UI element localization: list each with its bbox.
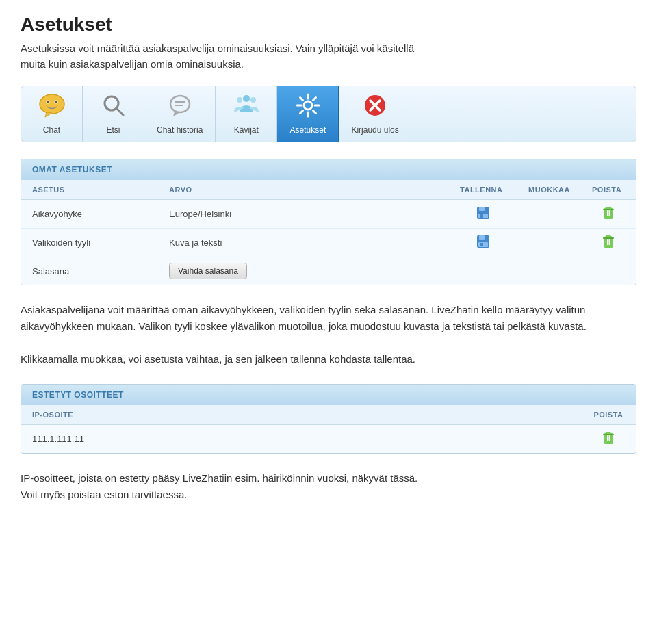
svg-rect-43 bbox=[603, 434, 614, 435]
delete-icon[interactable] bbox=[601, 241, 616, 251]
nav-label-chat: Chat bbox=[43, 125, 60, 135]
svg-rect-39 bbox=[609, 239, 610, 245]
nav-item-etsi[interactable]: Etsi bbox=[83, 86, 144, 142]
settings-icon bbox=[296, 93, 320, 121]
save-icon[interactable] bbox=[476, 241, 491, 251]
settings-row-asetus: Aikavyöhyke bbox=[21, 200, 158, 229]
svg-point-12 bbox=[243, 95, 250, 102]
nav-label-etsi: Etsi bbox=[106, 125, 120, 135]
settings-row-tallenna bbox=[449, 200, 517, 229]
settings-row-muokkaa bbox=[517, 200, 581, 229]
nav-item-kavijat[interactable]: Kävijät bbox=[216, 86, 277, 142]
svg-rect-37 bbox=[480, 243, 483, 246]
svg-point-0 bbox=[40, 94, 64, 114]
svg-line-7 bbox=[116, 108, 123, 115]
svg-line-20 bbox=[300, 98, 302, 101]
nav-item-chat[interactable]: Chat bbox=[21, 86, 83, 142]
save-icon[interactable] bbox=[476, 212, 491, 222]
blocked-row: 111.1.111.11 bbox=[21, 425, 636, 454]
estetyt-osoitteet-header: ESTETYT OSOITTEET bbox=[21, 385, 636, 405]
nav-label-asetukset: Asetukset bbox=[290, 125, 326, 135]
svg-point-13 bbox=[237, 97, 242, 103]
col-header-muokkaa: MUOKKAA bbox=[517, 180, 581, 200]
settings-row-poista bbox=[581, 229, 636, 257]
description-line1: Asetuksissa voit määrittää asiakaspalvel… bbox=[21, 42, 414, 54]
settings-row-poista bbox=[581, 257, 636, 285]
visitors-icon bbox=[233, 93, 260, 121]
estetyt-osoitteet-panel: ESTETYT OSOITTEET IP-OSOITE POISTA 111.1… bbox=[21, 384, 636, 454]
svg-rect-30 bbox=[480, 214, 483, 218]
settings-row-poista bbox=[581, 200, 636, 229]
col-header-arvo: ARVO bbox=[158, 180, 449, 200]
svg-rect-42 bbox=[609, 435, 610, 441]
blocked-table: IP-OSOITE POISTA 111.1.111.11 bbox=[21, 405, 636, 453]
svg-line-21 bbox=[313, 111, 315, 114]
svg-rect-35 bbox=[479, 235, 485, 240]
svg-rect-40 bbox=[603, 237, 614, 239]
svg-rect-32 bbox=[609, 210, 610, 216]
page-title: Asetukset bbox=[21, 14, 636, 36]
omat-asetukset-header: OMAT ASETUKSET bbox=[21, 159, 636, 180]
page-description: Asetuksissa voit määrittää asiakaspalvel… bbox=[21, 41, 636, 72]
blocked-row-poista bbox=[581, 425, 636, 454]
description-middle-text: Asiakaspalvelijana voit määrittää oman a… bbox=[21, 302, 636, 335]
settings-row-asetus: Salasana bbox=[21, 257, 158, 285]
footer-line1: IP-osoitteet, joista on estetty pääsy Li… bbox=[21, 470, 636, 487]
description-middle-text2: Klikkaamalla muokkaa, voi asetusta vaiht… bbox=[21, 351, 636, 368]
nav-item-kirjaudu-ulos[interactable]: Kirjaudu ulos bbox=[339, 86, 411, 142]
footer-text: IP-osoitteet, joista on estetty pääsy Li… bbox=[21, 470, 636, 503]
svg-line-23 bbox=[300, 111, 302, 114]
description-line2: muita kuin asiakaspalvelijan omia ominai… bbox=[21, 58, 244, 70]
nav-label-kirjaudu-ulos: Kirjaudu ulos bbox=[351, 125, 398, 135]
settings-row: SalasanaVaihda salasana bbox=[21, 257, 636, 285]
svg-rect-31 bbox=[607, 210, 608, 216]
blocked-row-ip: 111.1.111.11 bbox=[21, 425, 581, 454]
settings-row-tallenna bbox=[449, 229, 517, 257]
col-header-blocked-poista: POISTA bbox=[581, 405, 636, 425]
logout-icon bbox=[363, 93, 387, 121]
settings-row-arvo: Vaihda salasana bbox=[158, 257, 449, 285]
chat-icon bbox=[38, 93, 66, 121]
svg-point-8 bbox=[170, 96, 190, 112]
svg-rect-33 bbox=[603, 209, 614, 210]
settings-table: ASETUS ARVO TALLENNA MUOKKAA POISTA Aika… bbox=[21, 180, 636, 285]
svg-marker-9 bbox=[173, 112, 180, 116]
description-middle: Asiakaspalvelijana voit määrittää oman a… bbox=[21, 302, 636, 368]
nav-item-asetukset[interactable]: Asetukset bbox=[277, 86, 339, 142]
nav-label-kavijat: Kävijät bbox=[234, 125, 259, 135]
nav-item-chat-historia[interactable]: Chat historia bbox=[144, 86, 216, 142]
settings-row-asetus: Valikoiden tyyli bbox=[21, 229, 158, 257]
svg-point-3 bbox=[47, 101, 48, 103]
nav-label-chat-historia: Chat historia bbox=[157, 125, 203, 135]
omat-asetukset-panel: OMAT ASETUKSET ASETUS ARVO TALLENNA MUOK… bbox=[21, 159, 636, 285]
change-password-button[interactable]: Vaihda salasana bbox=[169, 263, 247, 279]
settings-row-muokkaa bbox=[517, 229, 581, 257]
footer-line2: Voit myös poistaa eston tarvittaessa. bbox=[21, 487, 636, 503]
settings-row: Valikoiden tyyliKuva ja teksti bbox=[21, 229, 636, 257]
blocked-delete-icon[interactable] bbox=[601, 437, 616, 448]
svg-rect-28 bbox=[479, 207, 485, 211]
svg-line-22 bbox=[313, 98, 315, 101]
settings-row-arvo: Kuva ja teksti bbox=[158, 229, 449, 257]
col-header-tallenna: TALLENNA bbox=[449, 180, 517, 200]
svg-point-4 bbox=[55, 101, 56, 103]
delete-icon[interactable] bbox=[601, 212, 616, 222]
col-header-asetus: ASETUS bbox=[21, 180, 158, 200]
svg-point-14 bbox=[250, 97, 256, 103]
search-icon bbox=[101, 93, 126, 121]
navigation-bar: Chat Etsi Chat historia bbox=[21, 86, 636, 142]
svg-point-15 bbox=[304, 101, 312, 110]
col-header-ip: IP-OSOITE bbox=[21, 405, 581, 425]
settings-row-muokkaa bbox=[517, 257, 581, 285]
settings-row: AikavyöhykeEurope/Helsinki bbox=[21, 200, 636, 229]
svg-rect-41 bbox=[607, 435, 608, 441]
col-header-poista: POISTA bbox=[581, 180, 636, 200]
svg-marker-5 bbox=[45, 112, 52, 117]
settings-row-arvo: Europe/Helsinki bbox=[158, 200, 449, 229]
svg-rect-38 bbox=[607, 239, 608, 245]
chat-historia-icon bbox=[168, 93, 192, 121]
settings-row-tallenna bbox=[449, 257, 517, 285]
